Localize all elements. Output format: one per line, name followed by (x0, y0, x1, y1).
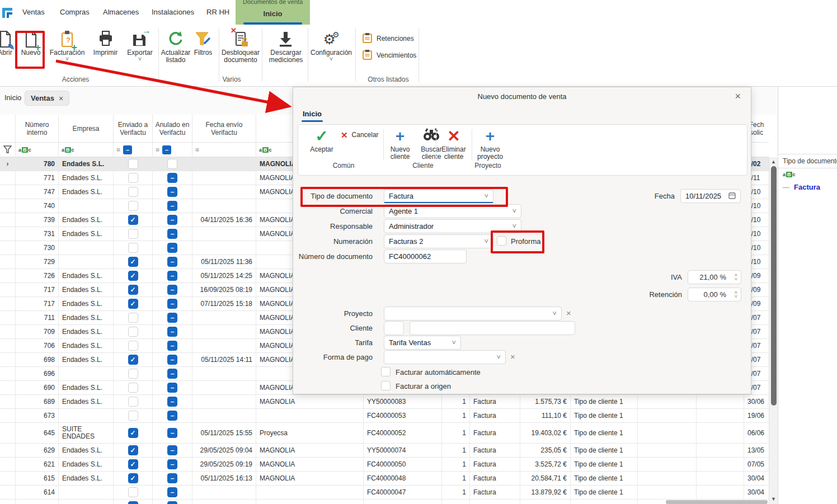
enviado-checkbox[interactable]: ✓ (128, 299, 138, 309)
menu-compras[interactable]: Compras (60, 8, 90, 16)
cancelar-button[interactable]: ✕ Cancelar (341, 131, 379, 139)
cell-anulado-verifactu[interactable]: – (153, 213, 192, 227)
enviado-checkbox[interactable] (128, 201, 138, 211)
cell-enviado-verifactu[interactable] (114, 367, 153, 380)
cell-anulado-verifactu[interactable]: – (153, 325, 192, 338)
anulado-checkbox[interactable]: – (167, 355, 177, 365)
row-expander[interactable] (0, 367, 16, 380)
anulado-checkbox[interactable]: – (167, 215, 177, 225)
row-expander[interactable] (0, 458, 16, 471)
cell-anulado-verifactu[interactable]: – (153, 472, 192, 485)
cell-enviado-verifactu[interactable]: ✓ (114, 444, 153, 457)
header-fecha-envio[interactable]: Fecha envío Verifactu (192, 115, 256, 142)
spinner-arrows-icon[interactable]: ˄˅ (735, 274, 737, 281)
dialog-tab-inicio[interactable]: Inicio (303, 110, 322, 118)
row-expander[interactable] (0, 297, 16, 310)
enviado-checkbox[interactable] (128, 341, 138, 351)
row-expander[interactable] (0, 353, 16, 366)
facturar-automaticamente-checkbox[interactable] (381, 367, 391, 376)
vertical-scrollbar[interactable]: ▲ ▼ (769, 157, 778, 504)
cell-anulado-verifactu[interactable]: – (153, 171, 192, 185)
tab-ventas[interactable]: Ventas × (25, 91, 69, 106)
anulado-checkbox[interactable]: – (167, 428, 177, 438)
tarifa-combo[interactable]: Tarifa Ventas ˅ (384, 336, 461, 350)
retencion-spinner[interactable]: 0,00 % ˄˅ (688, 288, 741, 302)
cell-anulado-verifactu[interactable]: – (153, 395, 192, 408)
cell-enviado-verifactu[interactable] (114, 325, 153, 338)
enviado-checkbox[interactable] (128, 383, 138, 393)
scroll-up-icon[interactable]: ▲ (771, 159, 776, 164)
cell-enviado-verifactu[interactable]: ✓ (114, 213, 153, 227)
row-expander[interactable] (0, 199, 16, 213)
scroll-down-icon[interactable]: ▼ (771, 496, 776, 502)
cell-enviado-verifactu[interactable]: ✓ (114, 458, 153, 471)
row-expander[interactable] (0, 311, 16, 324)
enviado-checkbox[interactable] (128, 397, 138, 407)
actualizar-listado-button[interactable]: Actualizar listado (161, 29, 190, 64)
nuevo-cliente-button[interactable]: + Nuevo cliente (385, 127, 415, 161)
cell-enviado-verifactu[interactable] (114, 381, 153, 394)
cell-enviado-verifactu[interactable] (114, 409, 153, 422)
filter-anulado[interactable]: =– (153, 143, 192, 157)
enviado-checkbox[interactable] (128, 173, 138, 183)
cell-anulado-verifactu[interactable]: – (153, 241, 192, 255)
row-expander[interactable] (0, 241, 16, 255)
facturacion-button[interactable]: ? + Facturación ˅ (48, 29, 86, 61)
exportar-button[interactable]: → Exportar ˅ (124, 29, 156, 61)
cell-anulado-verifactu[interactable]: – (153, 199, 192, 213)
green-tab-inicio[interactable]: Inicio (236, 10, 310, 18)
anulado-checkbox[interactable]: – (167, 459, 177, 469)
menu-almacenes[interactable]: Almacenes (103, 8, 139, 16)
anulado-checkbox[interactable]: – (167, 257, 177, 267)
enviado-checkbox[interactable]: ✓ (128, 215, 138, 225)
table-row[interactable]: 615 Endades S.L. ✓ – 05/11/2025 16:13 MA… (0, 472, 769, 486)
cell-anulado-verifactu[interactable]: – (153, 227, 192, 241)
facturar-a-origen-checkbox[interactable] (381, 381, 391, 390)
cell-anulado-verifactu[interactable]: – (153, 353, 192, 366)
horizontal-scrollbar-thumb[interactable] (666, 500, 768, 504)
cell-enviado-verifactu[interactable] (114, 185, 153, 199)
numero-documento-input[interactable]: FC40000062 (384, 249, 467, 263)
vertical-scrollbar-thumb[interactable] (771, 166, 777, 406)
clear-proyecto-icon[interactable]: × (566, 308, 571, 318)
cell-enviado-verifactu[interactable] (114, 311, 153, 324)
row-expander[interactable] (0, 339, 16, 352)
enviado-checkbox[interactable]: ✓ (128, 271, 138, 281)
aceptar-button[interactable]: ✓ Aceptar (304, 127, 340, 153)
indeterminate-checkbox[interactable]: – (162, 145, 171, 154)
filter-funnel-cell[interactable] (0, 143, 16, 157)
close-tab-icon[interactable]: × (59, 94, 63, 103)
cell-anulado-verifactu[interactable]: – (153, 255, 192, 269)
nuevo-proyecto-button[interactable]: + Nuevo proyecto (474, 127, 506, 161)
enviado-checkbox[interactable] (128, 229, 138, 239)
menu-ventas[interactable]: Ventas (22, 8, 45, 16)
cell-anulado-verifactu[interactable]: – (153, 339, 192, 352)
cell-anulado-verifactu[interactable]: – (153, 409, 192, 422)
calendar-icon[interactable] (728, 192, 736, 201)
row-expander[interactable] (0, 227, 16, 241)
cell-anulado-verifactu[interactable]: – (153, 367, 192, 380)
vencimientos-button[interactable]: Vencimientos (363, 49, 416, 62)
table-row[interactable]: 614 – FC40000047 1 Factura 13.879,92 € T… (0, 486, 769, 500)
panel-filter[interactable]: aBc (783, 172, 796, 177)
row-expander[interactable] (0, 423, 16, 443)
tab-inicio[interactable]: Inicio (4, 93, 21, 102)
menu-instalaciones[interactable]: Instalaciones (152, 8, 194, 16)
anulado-checkbox[interactable]: – (167, 327, 177, 337)
row-expander[interactable] (0, 185, 16, 199)
cell-enviado-verifactu[interactable] (114, 339, 153, 352)
enviado-checkbox[interactable]: ✓ (128, 445, 138, 455)
cliente-codigo-input[interactable] (384, 321, 404, 335)
anulado-checkbox[interactable]: – (167, 173, 177, 183)
cell-anulado-verifactu[interactable]: – (153, 297, 192, 310)
row-expander[interactable] (0, 486, 16, 499)
cell-enviado-verifactu[interactable]: ✓ (114, 269, 153, 282)
anulado-checkbox[interactable]: – (167, 201, 177, 211)
cliente-nombre-input[interactable] (410, 321, 575, 335)
retenciones-button[interactable]: Retenciones (363, 32, 414, 45)
imprimir-button[interactable]: Imprimir (91, 29, 120, 56)
cell-enviado-verifactu[interactable] (114, 227, 153, 241)
anulado-checkbox[interactable]: – (167, 243, 177, 253)
descargar-mediciones-button[interactable]: Descargar mediciones (265, 29, 307, 64)
table-row[interactable]: 629 Endades S.L. ✓ – 29/05/2025 09:04 MA… (0, 444, 769, 458)
